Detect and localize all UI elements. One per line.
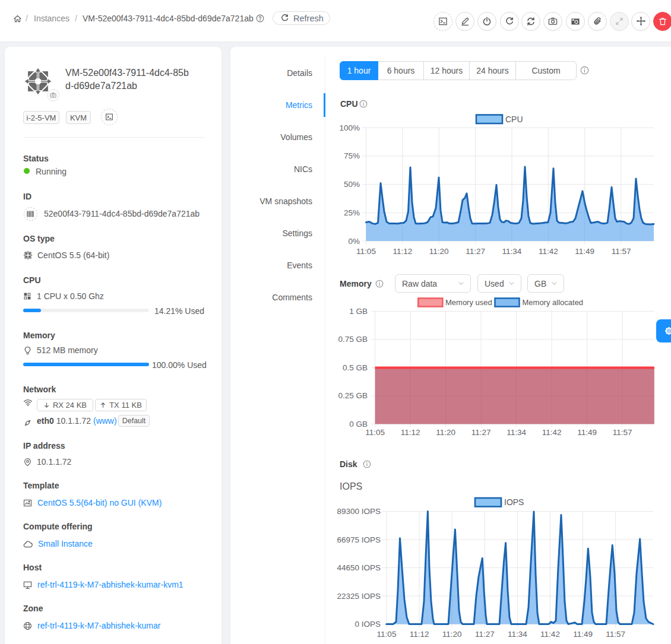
svg-text:11:27: 11:27	[471, 428, 491, 437]
svg-text:CPU: CPU	[505, 115, 523, 124]
svg-text:11:34: 11:34	[502, 247, 522, 256]
svg-text:11:42: 11:42	[542, 428, 562, 437]
svg-text:11:42: 11:42	[540, 630, 560, 639]
svg-text:22325 IOPS: 22325 IOPS	[337, 592, 381, 601]
svg-text:11:05: 11:05	[365, 428, 385, 437]
svg-text:11:49: 11:49	[573, 630, 593, 639]
svg-text:11:57: 11:57	[606, 630, 625, 639]
svg-text:50%: 50%	[344, 180, 360, 189]
svg-text:11:20: 11:20	[436, 428, 455, 437]
svg-text:11:20: 11:20	[442, 630, 462, 639]
svg-text:11:12: 11:12	[410, 630, 429, 639]
svg-text:11:27: 11:27	[466, 247, 485, 256]
svg-text:11:12: 11:12	[401, 428, 420, 437]
svg-text:11:05: 11:05	[356, 247, 376, 256]
svg-text:IOPS: IOPS	[504, 497, 524, 507]
svg-text:11:20: 11:20	[429, 247, 449, 256]
svg-text:89300 IOPS: 89300 IOPS	[337, 507, 381, 516]
svg-text:11:49: 11:49	[575, 247, 594, 256]
svg-text:0.25 GB: 0.25 GB	[338, 391, 368, 400]
svg-text:25%: 25%	[344, 208, 360, 217]
svg-text:0%: 0%	[348, 237, 360, 246]
svg-text:75%: 75%	[344, 151, 360, 160]
svg-text:11:49: 11:49	[577, 428, 597, 437]
svg-text:11:27: 11:27	[475, 630, 495, 639]
svg-text:11:42: 11:42	[539, 247, 558, 256]
svg-text:1 GB: 1 GB	[349, 307, 368, 316]
svg-text:11:05: 11:05	[377, 630, 397, 639]
svg-text:11:34: 11:34	[507, 428, 526, 437]
svg-text:11:57: 11:57	[613, 428, 632, 437]
svg-text:44650 IOPS: 44650 IOPS	[337, 563, 381, 572]
svg-text:11:12: 11:12	[393, 247, 412, 256]
svg-text:11:34: 11:34	[508, 630, 527, 639]
svg-text:Memory used: Memory used	[445, 298, 492, 307]
svg-text:0 IOPS: 0 IOPS	[355, 620, 381, 629]
svg-text:0.75 GB: 0.75 GB	[338, 335, 368, 344]
svg-text:0 GB: 0 GB	[349, 420, 368, 429]
svg-text:100%: 100%	[339, 123, 360, 132]
svg-text:66975 IOPS: 66975 IOPS	[337, 535, 381, 544]
svg-text:0.5 GB: 0.5 GB	[343, 363, 368, 372]
svg-text:11:57: 11:57	[612, 247, 631, 256]
svg-text:Memory allocated: Memory allocated	[523, 298, 584, 307]
